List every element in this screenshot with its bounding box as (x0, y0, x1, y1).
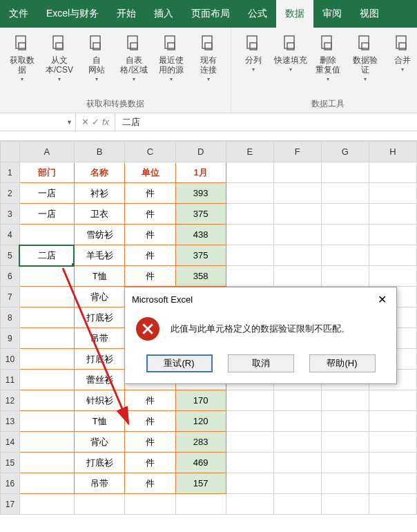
from-csv[interactable]: 从文本/CSV▾ (41, 30, 77, 97)
row-header-12[interactable]: 12 (1, 390, 20, 411)
cell-H6[interactable] (369, 266, 416, 287)
cell-H16[interactable] (369, 473, 416, 494)
text-to-columns[interactable]: 分列▾ (235, 30, 271, 97)
tab-审阅[interactable]: 审阅 (313, 0, 351, 28)
cell-A8[interactable] (19, 307, 74, 328)
remove-dup[interactable]: 删除重复值▾ (310, 30, 346, 97)
row-header-16[interactable]: 16 (1, 473, 20, 494)
help-button[interactable]: 帮助(H) (309, 354, 376, 372)
cell-F12[interactable] (273, 390, 321, 411)
row-header-14[interactable]: 14 (1, 432, 20, 453)
cell-F14[interactable] (273, 432, 321, 453)
cell-G3[interactable] (321, 204, 369, 225)
col-header-D[interactable]: D (175, 142, 226, 162)
cell-E12[interactable] (226, 390, 273, 411)
confirm-edit-icon[interactable]: ✓ (92, 117, 99, 127)
name-box[interactable]: ▼ (0, 113, 76, 131)
row-header-15[interactable]: 15 (1, 453, 20, 473)
formula-input[interactable]: 二店 (115, 113, 417, 131)
cell-E2[interactable] (226, 183, 273, 204)
cell-H3[interactable] (369, 204, 416, 225)
cell-H13[interactable] (369, 411, 416, 432)
cell-A2[interactable]: 一店 (19, 183, 74, 204)
cell-G15[interactable] (321, 453, 369, 473)
cell-B4[interactable]: 雪纺衫 (74, 225, 124, 245)
cell-B2[interactable]: 衬衫 (74, 183, 124, 204)
row-header-8[interactable]: 8 (1, 307, 20, 328)
cell-G12[interactable] (321, 390, 369, 411)
tab-开始[interactable]: 开始 (108, 0, 145, 28)
from-table[interactable]: 自表格/区域▾ (116, 30, 152, 97)
cell-B5[interactable]: 羊毛衫 (74, 245, 124, 266)
cell-B16[interactable]: 吊带 (74, 473, 124, 494)
tab-数据[interactable]: 数据 (276, 0, 313, 28)
cell-G4[interactable] (321, 225, 369, 245)
col-header-A[interactable]: A (19, 142, 74, 162)
cell-H5[interactable] (369, 245, 416, 266)
cell-D14[interactable]: 283 (175, 432, 226, 453)
cell-F2[interactable] (273, 183, 321, 204)
cell-D13[interactable]: 120 (175, 411, 226, 432)
row-header-13[interactable]: 13 (1, 411, 20, 432)
cell-E17[interactable] (226, 494, 273, 515)
cell-F13[interactable] (273, 411, 321, 432)
cell-H1[interactable] (369, 162, 416, 183)
cell-D15[interactable]: 469 (175, 453, 226, 473)
cell-F6[interactable] (273, 266, 321, 287)
row-header-2[interactable]: 2 (1, 183, 20, 204)
cell-E16[interactable] (226, 473, 273, 494)
cell-F4[interactable] (273, 225, 321, 245)
cell-G2[interactable] (321, 183, 369, 204)
tab-文件[interactable]: 文件 (0, 0, 37, 28)
select-all-corner[interactable] (1, 142, 20, 162)
cell-A6[interactable] (19, 266, 74, 287)
cell-F1[interactable] (273, 162, 321, 183)
cell-C6[interactable]: 件 (125, 266, 175, 287)
cell-C2[interactable]: 件 (125, 183, 175, 204)
cell-C16[interactable]: 件 (125, 473, 175, 494)
cell-B7[interactable]: 背心 (74, 287, 124, 307)
cell-H2[interactable] (369, 183, 416, 204)
cell-E13[interactable] (226, 411, 273, 432)
tab-页面布局[interactable]: 页面布局 (182, 0, 239, 28)
from-web[interactable]: 自网站▾ (79, 30, 115, 97)
row-header-5[interactable]: 5 (1, 245, 20, 266)
cell-C14[interactable]: 件 (125, 432, 175, 453)
cell-A1[interactable]: 部门 (19, 162, 74, 183)
cell-E4[interactable] (226, 225, 273, 245)
tab-插入[interactable]: 插入 (145, 0, 182, 28)
tab-Excel与财务[interactable]: Excel与财务 (37, 0, 108, 28)
tab-公式[interactable]: 公式 (239, 0, 276, 28)
col-header-B[interactable]: B (74, 142, 124, 162)
row-header-4[interactable]: 4 (1, 225, 20, 245)
col-header-F[interactable]: F (273, 142, 321, 162)
cell-B11[interactable]: 蕾丝衫 (74, 370, 124, 390)
cell-A13[interactable] (19, 411, 74, 432)
cell-B3[interactable]: 卫衣 (74, 204, 124, 225)
cell-F15[interactable] (273, 453, 321, 473)
cell-H14[interactable] (369, 432, 416, 453)
cancel-edit-icon[interactable]: ✕ (81, 117, 89, 127)
cell-A12[interactable] (19, 390, 74, 411)
cell-E6[interactable] (226, 266, 273, 287)
cell-D1[interactable]: 1月 (175, 162, 226, 183)
cell-E3[interactable] (226, 204, 273, 225)
recent-sources[interactable]: 最近使用的源▾ (153, 30, 189, 97)
cell-C13[interactable]: 件 (125, 411, 175, 432)
cell-B9[interactable]: 吊带 (74, 328, 124, 349)
cell-C17[interactable] (125, 494, 175, 515)
cell-G16[interactable] (321, 473, 369, 494)
cell-D4[interactable]: 438 (175, 225, 226, 245)
cell-A9[interactable] (19, 328, 74, 349)
cell-G17[interactable] (321, 494, 369, 515)
existing-conn[interactable]: 现有连接▾ (191, 30, 226, 97)
cell-D2[interactable]: 393 (175, 183, 226, 204)
cell-D17[interactable] (175, 494, 226, 515)
cell-C4[interactable]: 件 (125, 225, 175, 245)
cell-G6[interactable] (321, 266, 369, 287)
tab-视图[interactable]: 视图 (351, 0, 388, 28)
cell-G14[interactable] (321, 432, 369, 453)
cell-A15[interactable] (19, 453, 74, 473)
cell-G1[interactable] (321, 162, 369, 183)
data-validation[interactable]: 数据验证▾ (347, 30, 383, 97)
